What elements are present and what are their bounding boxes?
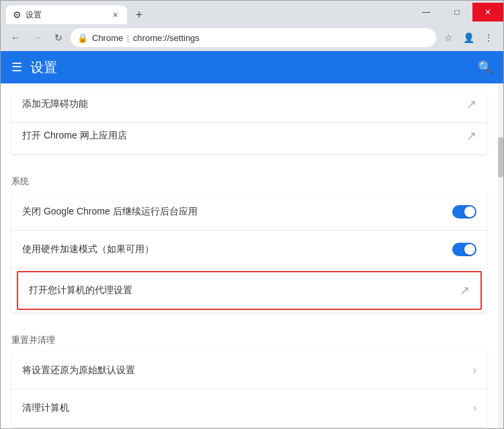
system-section-card: 关闭 Google Chrome 后继续运行后台应用 使用硬件加速模式（如果可用… — [11, 193, 487, 313]
add-accessibility-text: 添加无障碍功能 — [22, 98, 466, 110]
reset-section-label: 重置并清理 — [1, 323, 498, 352]
address-bar[interactable]: 🔒 Chrome | chrome://settings — [71, 28, 436, 47]
external-link-icon-2: ↗ — [466, 128, 476, 143]
hardware-acceleration-item[interactable]: 使用硬件加速模式（如果可用） — [11, 231, 487, 268]
accessibility-card: 添加无障碍功能 ↗ 打开 Chrome 网上应用店 ↗ — [11, 91, 487, 154]
proxy-external-icon: ↗ — [460, 283, 470, 298]
close-button[interactable]: ✕ — [472, 3, 503, 22]
open-webstore-item[interactable]: 打开 Chrome 网上应用店 ↗ — [11, 123, 487, 154]
clean-computer-item[interactable]: 清理计算机 › — [11, 389, 487, 427]
settings-header: ☰ 设置 🔍 — [1, 51, 503, 83]
title-bar: ⚙ 设置 ✕ + — □ ✕ — [1, 1, 503, 24]
tab-settings-icon: ⚙ — [13, 9, 22, 20]
hardware-acceleration-text: 使用硬件加速模式（如果可用） — [22, 243, 452, 256]
window-controls: — □ ✕ — [411, 3, 503, 22]
window-frame: ⚙ 设置 ✕ + — □ ✕ ← → ↻ 🔒 Chrome | chrome:/… — [0, 0, 504, 429]
system-section-label: 系统 — [1, 165, 498, 193]
open-webstore-text: 打开 Chrome 网上应用店 — [22, 130, 466, 142]
tab-close-button[interactable]: ✕ — [110, 9, 120, 20]
maximize-button[interactable]: □ — [442, 3, 472, 22]
scrollbar-thumb[interactable] — [498, 137, 503, 178]
nav-right-controls: ☆ 👤 ⋮ — [439, 28, 498, 47]
bookmark-button[interactable]: ☆ — [439, 28, 458, 47]
search-icon[interactable]: 🔍 — [478, 60, 493, 75]
lock-icon: 🔒 — [77, 33, 88, 43]
reset-chevron-icon: › — [473, 364, 476, 377]
reset-settings-text: 将设置还原为原始默认设置 — [22, 364, 473, 377]
proxy-settings-text: 打开您计算机的代理设置 — [29, 284, 460, 297]
tab-strip: ⚙ 设置 ✕ + — [1, 1, 149, 24]
background-apps-text: 关闭 Google Chrome 后继续运行后台应用 — [22, 206, 452, 218]
minimize-button[interactable]: — — [411, 3, 442, 22]
clean-computer-text: 清理计算机 — [22, 402, 473, 414]
address-text: Chrome | chrome://settings — [92, 33, 200, 43]
external-link-icon-1: ↗ — [466, 97, 476, 112]
add-accessibility-item[interactable]: 添加无障碍功能 ↗ — [11, 91, 487, 123]
scrollbar[interactable] — [498, 83, 503, 428]
forward-button[interactable]: → — [28, 28, 46, 47]
more-button[interactable]: ⋮ — [479, 28, 498, 47]
refresh-button[interactable]: ↻ — [49, 28, 68, 47]
hardware-acceleration-toggle[interactable] — [452, 243, 476, 256]
clean-chevron-icon: › — [473, 402, 476, 414]
settings-tab[interactable]: ⚙ 设置 ✕ — [6, 5, 127, 24]
background-apps-item[interactable]: 关闭 Google Chrome 后继续运行后台应用 — [11, 193, 487, 231]
proxy-settings-item[interactable]: 打开您计算机的代理设置 ↗ — [17, 271, 482, 310]
main-content: 添加无障碍功能 ↗ 打开 Chrome 网上应用店 ↗ 系统 关闭 Google… — [1, 83, 498, 428]
back-button[interactable]: ← — [6, 28, 25, 47]
nav-bar: ← → ↻ 🔒 Chrome | chrome://settings ☆ 👤 ⋮ — [1, 24, 503, 51]
tab-label: 设置 — [26, 9, 42, 21]
new-tab-button[interactable]: + — [130, 7, 149, 23]
reset-section-card: 将设置还原为原始默认设置 › 清理计算机 › — [11, 352, 487, 427]
settings-page-title: 设置 — [30, 58, 57, 77]
background-apps-toggle[interactable] — [452, 205, 476, 219]
content-area: 添加无障碍功能 ↗ 打开 Chrome 网上应用店 ↗ 系统 关闭 Google… — [1, 83, 503, 428]
reset-settings-item[interactable]: 将设置还原为原始默认设置 › — [11, 352, 487, 389]
menu-icon[interactable]: ☰ — [11, 60, 22, 75]
account-button[interactable]: 👤 — [459, 28, 478, 47]
